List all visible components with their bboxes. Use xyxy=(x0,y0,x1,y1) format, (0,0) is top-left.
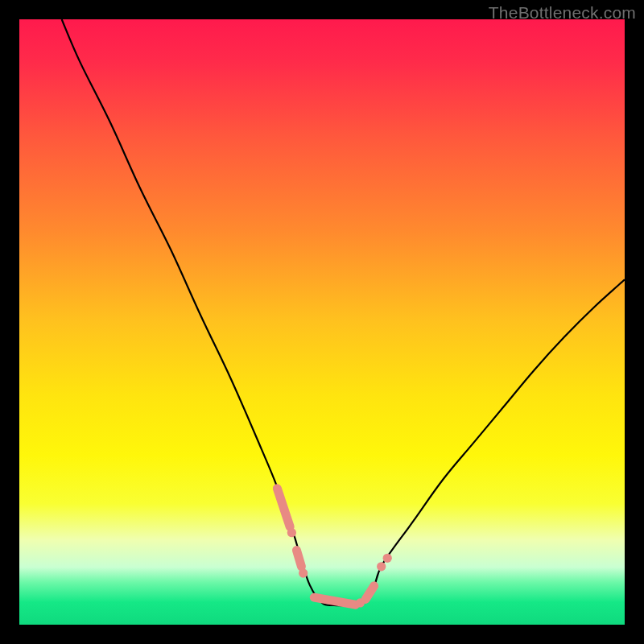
svg-rect-0 xyxy=(19,19,625,625)
plot-area xyxy=(19,19,625,625)
watermark-text: TheBottleneck.com xyxy=(489,3,636,23)
outer-frame: TheBottleneck.com xyxy=(0,0,644,644)
background-gradient xyxy=(19,19,625,625)
